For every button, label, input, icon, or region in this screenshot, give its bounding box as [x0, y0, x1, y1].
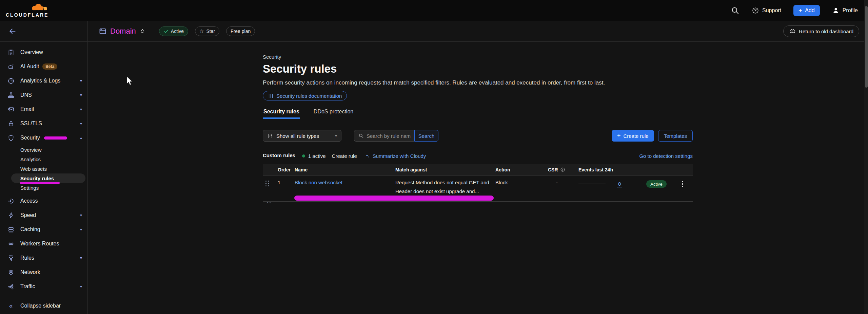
beta-badge: Beta: [42, 63, 57, 70]
cloud-return-icon: [789, 28, 796, 35]
rule-name-link[interactable]: Block non websocket: [295, 180, 395, 196]
search-input[interactable]: [367, 133, 411, 139]
sidebar-item-dns[interactable]: DNS ▾: [0, 88, 87, 102]
sidebar: Overview AI Audit Beta Analytics & Logs …: [0, 42, 88, 314]
top-bar: CLOUDFLARE Support + Add: [0, 0, 868, 21]
next-row-drag-dots: [267, 202, 271, 203]
rule-action: Block: [495, 180, 548, 196]
add-button[interactable]: + Add: [793, 5, 820, 16]
create-rule-button[interactable]: + Create rule: [612, 130, 654, 142]
search-icon[interactable]: [731, 6, 739, 15]
sidebar-item-security[interactable]: Security ▴: [0, 131, 87, 145]
chevron-down-icon: ▾: [80, 121, 82, 126]
collapse-sidebar-button[interactable]: « Collapse sidebar: [0, 298, 87, 314]
sidebar-item-network[interactable]: Network: [0, 265, 87, 279]
return-old-dashboard-button[interactable]: Return to old dashboard: [783, 25, 859, 37]
table-header: Order Name Match against Action CSR Even…: [263, 164, 693, 176]
ai-audit-robot-icon: [7, 62, 15, 71]
plus-icon: +: [798, 7, 802, 14]
sidebar-subitem-web-assets[interactable]: Web assets: [0, 164, 87, 173]
support-menu[interactable]: Support: [752, 7, 781, 14]
sidebar-item-workers-routes[interactable]: Workers Routes: [0, 237, 87, 251]
sidebar-item-analytics-logs[interactable]: Analytics & Logs ▾: [0, 74, 87, 88]
rule-type-dropdown[interactable]: Show all rule types ▾: [263, 130, 341, 142]
star-button[interactable]: ☆ Star: [195, 26, 219, 36]
plan-badge: Free plan: [226, 26, 255, 36]
sidebar-item-traffic[interactable]: Traffic ▾: [0, 279, 87, 294]
sidebar-item-overview[interactable]: Overview: [0, 45, 87, 59]
rule-match-expression: Request Method does not equal GET and He…: [395, 178, 495, 196]
documentation-button[interactable]: Security rules documentation: [263, 91, 347, 100]
workers-brackets-icon: [7, 240, 15, 248]
sidebar-item-access[interactable]: Access: [0, 194, 87, 208]
drag-handle[interactable]: [265, 181, 269, 186]
location-pin-icon: [7, 268, 15, 276]
chevron-up-icon: ▴: [80, 135, 82, 140]
rule-order: 1: [278, 180, 295, 196]
events-count-link[interactable]: 0: [617, 181, 622, 187]
search-button[interactable]: Search: [414, 130, 438, 142]
sidebar-item-speed[interactable]: Speed ▾: [0, 208, 87, 222]
back-arrow-icon[interactable]: [8, 27, 17, 36]
sidebar-item-caching[interactable]: Caching ▾: [0, 222, 87, 237]
page-scrollbar[interactable]: [864, 0, 868, 314]
summarize-with-cloudy-link[interactable]: Summarize with Cloudy: [364, 153, 426, 159]
chevron-down-icon: ▾: [80, 227, 82, 232]
create-rule-link[interactable]: Create rule: [332, 153, 357, 159]
sidebar-item-email[interactable]: Email ▾: [0, 102, 87, 116]
profile-menu[interactable]: Profile: [832, 7, 858, 14]
active-count: 1 active: [308, 153, 326, 159]
info-icon[interactable]: [560, 167, 565, 172]
filter-row: Show all rule types ▾ Search + Crea: [263, 130, 693, 142]
cloudflare-logo[interactable]: CLOUDFLARE: [6, 3, 48, 18]
detection-settings-link[interactable]: Go to detection settings: [639, 153, 693, 159]
domain-switcher-carets-icon[interactable]: [139, 27, 145, 35]
sidebar-subitem-security-analytics[interactable]: Analytics: [0, 154, 87, 164]
magenta-highlight-bar: [44, 136, 67, 140]
site-window-icon: [99, 27, 107, 35]
sidebar-item-rules[interactable]: Rules ▾: [0, 251, 87, 265]
chevron-down-icon: ▾: [80, 93, 82, 97]
chevron-down-icon: ▾: [80, 213, 82, 218]
help-icon: [752, 7, 759, 14]
kebab-menu-icon[interactable]: [681, 180, 684, 188]
col-events: Events last 24h: [574, 167, 693, 172]
page-title: Security rules: [263, 62, 693, 75]
custom-rules-subnav: Custom rules 1 active Create rule Summar…: [263, 150, 693, 162]
col-order: Order: [278, 167, 295, 172]
page-description: Perform security actions on incoming req…: [263, 79, 693, 86]
cloudflare-cloud-icon: [30, 3, 48, 12]
star-icon: ☆: [199, 28, 204, 34]
filter-doc-icon: [267, 133, 273, 139]
breadcrumb-eyebrow: Security: [263, 54, 693, 60]
sidebar-item-ai-audit[interactable]: AI Audit Beta: [0, 59, 87, 74]
tab-ddos-protection[interactable]: DDoS protection: [313, 109, 354, 119]
events-sparkline: [578, 184, 606, 184]
rule-search-box: [354, 130, 414, 142]
domain-bar: Domain Active ☆ Star Free plan: [0, 21, 868, 42]
plus-icon: +: [617, 133, 621, 139]
share-nodes-icon: [7, 282, 15, 291]
tab-security-rules[interactable]: Security rules: [263, 109, 300, 119]
magenta-redaction-bar: [294, 196, 494, 201]
tab-bar: Security rules DDoS protection: [263, 109, 693, 119]
scrollbar-thumb[interactable]: [865, 6, 868, 88]
check-icon: [163, 29, 169, 34]
access-login-icon: [7, 197, 15, 205]
sidebar-subitem-security-rules[interactable]: Security rules: [11, 173, 85, 183]
custom-rules-label[interactable]: Custom rules: [263, 152, 295, 159]
rule-status-badge: Active: [646, 180, 666, 188]
pie-chart-icon: [7, 77, 15, 85]
sidebar-subitem-security-settings[interactable]: Settings: [0, 183, 87, 192]
shield-icon: [7, 134, 15, 142]
dns-tree-icon: [7, 91, 15, 99]
sidebar-item-ssl-tls[interactable]: SSL/TLS ▾: [0, 116, 87, 131]
templates-button[interactable]: Templates: [658, 130, 693, 142]
user-icon: [832, 7, 840, 14]
sidebar-subitem-security-overview[interactable]: Overview: [0, 145, 87, 154]
rule-csr-value: -: [548, 180, 574, 196]
cache-layers-icon: [7, 225, 15, 234]
chevron-down-icon: ▾: [80, 78, 82, 83]
email-icon: [7, 105, 15, 113]
doc-book-icon: [268, 93, 274, 99]
